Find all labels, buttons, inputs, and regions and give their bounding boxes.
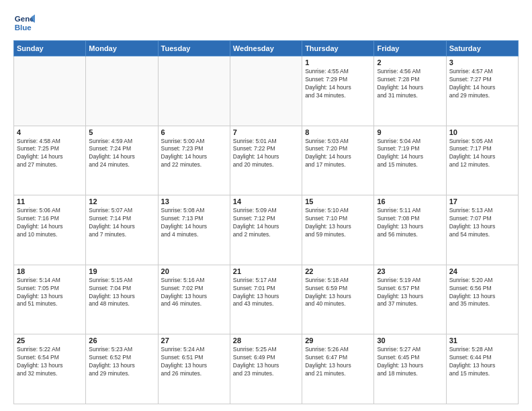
day-info: Sunrise: 5:26 AMSunset: 6:47 PMDaylight:… <box>305 346 371 378</box>
weekday-header-row: SundayMondayTuesdayWednesdayThursdayFrid… <box>14 41 519 56</box>
day-info: Sunrise: 5:27 AMSunset: 6:45 PMDaylight:… <box>377 346 443 378</box>
weekday-header-tuesday: Tuesday <box>158 41 230 56</box>
day-cell-29: 29Sunrise: 5:26 AMSunset: 6:47 PMDayligh… <box>302 334 374 404</box>
day-cell-30: 30Sunrise: 5:27 AMSunset: 6:45 PMDayligh… <box>374 334 446 404</box>
day-info: Sunrise: 4:56 AMSunset: 7:28 PMDaylight:… <box>377 68 443 100</box>
day-info: Sunrise: 5:25 AMSunset: 6:49 PMDaylight:… <box>233 346 299 378</box>
day-number: 25 <box>17 336 83 345</box>
day-cell-17: 17Sunrise: 5:13 AMSunset: 7:07 PMDayligh… <box>446 195 518 265</box>
day-number: 7 <box>233 128 299 136</box>
day-cell-18: 18Sunrise: 5:14 AMSunset: 7:05 PMDayligh… <box>14 265 86 334</box>
day-cell-26: 26Sunrise: 5:23 AMSunset: 6:52 PMDayligh… <box>86 334 158 404</box>
logo-area: General Blue <box>13 12 38 34</box>
empty-cell <box>158 56 230 126</box>
svg-text:Blue: Blue <box>15 24 32 32</box>
day-cell-8: 8Sunrise: 5:03 AMSunset: 7:20 PMDaylight… <box>302 126 374 195</box>
day-info: Sunrise: 5:14 AMSunset: 7:05 PMDaylight:… <box>17 277 83 309</box>
day-number: 14 <box>233 197 299 205</box>
day-cell-4: 4Sunrise: 4:58 AMSunset: 7:25 PMDaylight… <box>14 126 86 195</box>
day-info: Sunrise: 5:22 AMSunset: 6:54 PMDaylight:… <box>17 346 83 378</box>
day-number: 5 <box>89 128 154 136</box>
day-cell-9: 9Sunrise: 5:04 AMSunset: 7:19 PMDaylight… <box>374 126 446 195</box>
empty-cell <box>14 56 86 126</box>
day-info: Sunrise: 5:20 AMSunset: 6:56 PMDaylight:… <box>449 277 515 309</box>
day-info: Sunrise: 4:55 AMSunset: 7:29 PMDaylight:… <box>305 68 371 100</box>
day-number: 8 <box>305 128 371 136</box>
calendar-week-row: 1Sunrise: 4:55 AMSunset: 7:29 PMDaylight… <box>14 56 519 126</box>
day-info: Sunrise: 5:24 AMSunset: 6:51 PMDaylight:… <box>161 346 227 378</box>
day-info: Sunrise: 5:15 AMSunset: 7:04 PMDaylight:… <box>89 277 154 309</box>
day-info: Sunrise: 5:04 AMSunset: 7:19 PMDaylight:… <box>377 138 443 170</box>
day-cell-21: 21Sunrise: 5:17 AMSunset: 7:01 PMDayligh… <box>230 265 302 334</box>
day-cell-19: 19Sunrise: 5:15 AMSunset: 7:04 PMDayligh… <box>86 265 158 334</box>
weekday-header-monday: Monday <box>86 41 158 56</box>
day-info: Sunrise: 4:57 AMSunset: 7:27 PMDaylight:… <box>449 68 515 100</box>
day-number: 10 <box>449 128 515 136</box>
calendar-week-row: 11Sunrise: 5:06 AMSunset: 7:16 PMDayligh… <box>14 195 519 265</box>
day-info: Sunrise: 5:05 AMSunset: 7:17 PMDaylight:… <box>449 138 515 170</box>
day-number: 4 <box>17 128 83 136</box>
day-cell-20: 20Sunrise: 5:16 AMSunset: 7:02 PMDayligh… <box>158 265 230 334</box>
empty-cell <box>230 56 302 126</box>
day-info: Sunrise: 5:11 AMSunset: 7:08 PMDaylight:… <box>377 207 443 239</box>
day-number: 16 <box>377 197 443 205</box>
day-cell-25: 25Sunrise: 5:22 AMSunset: 6:54 PMDayligh… <box>14 334 86 404</box>
day-cell-3: 3Sunrise: 4:57 AMSunset: 7:27 PMDaylight… <box>446 56 518 126</box>
day-cell-22: 22Sunrise: 5:18 AMSunset: 6:59 PMDayligh… <box>302 265 374 334</box>
day-cell-15: 15Sunrise: 5:10 AMSunset: 7:10 PMDayligh… <box>302 195 374 265</box>
weekday-header-thursday: Thursday <box>302 41 374 56</box>
header: General Blue <box>13 12 519 34</box>
day-info: Sunrise: 5:06 AMSunset: 7:16 PMDaylight:… <box>17 207 83 239</box>
generalblue-logo-icon: General Blue <box>13 12 35 34</box>
day-cell-12: 12Sunrise: 5:07 AMSunset: 7:14 PMDayligh… <box>86 195 158 265</box>
weekday-header-sunday: Sunday <box>14 41 86 56</box>
day-cell-23: 23Sunrise: 5:19 AMSunset: 6:57 PMDayligh… <box>374 265 446 334</box>
day-info: Sunrise: 5:00 AMSunset: 7:23 PMDaylight:… <box>161 138 227 170</box>
day-number: 23 <box>377 267 443 275</box>
day-cell-14: 14Sunrise: 5:09 AMSunset: 7:12 PMDayligh… <box>230 195 302 265</box>
calendar-week-row: 4Sunrise: 4:58 AMSunset: 7:25 PMDaylight… <box>14 126 519 195</box>
day-cell-7: 7Sunrise: 5:01 AMSunset: 7:22 PMDaylight… <box>230 126 302 195</box>
day-cell-2: 2Sunrise: 4:56 AMSunset: 7:28 PMDaylight… <box>374 56 446 126</box>
day-info: Sunrise: 5:09 AMSunset: 7:12 PMDaylight:… <box>233 207 299 239</box>
empty-cell <box>86 56 158 126</box>
day-number: 17 <box>449 197 515 205</box>
day-number: 18 <box>17 267 83 275</box>
day-number: 22 <box>305 267 371 275</box>
day-info: Sunrise: 5:07 AMSunset: 7:14 PMDaylight:… <box>89 207 154 239</box>
calendar-week-row: 25Sunrise: 5:22 AMSunset: 6:54 PMDayligh… <box>14 334 519 404</box>
day-number: 3 <box>449 58 515 66</box>
day-number: 24 <box>449 267 515 275</box>
weekday-header-saturday: Saturday <box>446 41 518 56</box>
day-number: 13 <box>161 197 227 205</box>
day-info: Sunrise: 5:13 AMSunset: 7:07 PMDaylight:… <box>449 207 515 239</box>
day-number: 31 <box>449 336 515 345</box>
day-cell-24: 24Sunrise: 5:20 AMSunset: 6:56 PMDayligh… <box>446 265 518 334</box>
day-info: Sunrise: 5:16 AMSunset: 7:02 PMDaylight:… <box>161 277 227 309</box>
day-number: 6 <box>161 128 227 136</box>
day-number: 15 <box>305 197 371 205</box>
day-cell-1: 1Sunrise: 4:55 AMSunset: 7:29 PMDaylight… <box>302 56 374 126</box>
day-info: Sunrise: 5:03 AMSunset: 7:20 PMDaylight:… <box>305 138 371 170</box>
day-cell-11: 11Sunrise: 5:06 AMSunset: 7:16 PMDayligh… <box>14 195 86 265</box>
day-number: 12 <box>89 197 154 205</box>
day-info: Sunrise: 5:01 AMSunset: 7:22 PMDaylight:… <box>233 138 299 170</box>
weekday-header-wednesday: Wednesday <box>230 41 302 56</box>
day-cell-5: 5Sunrise: 4:59 AMSunset: 7:24 PMDaylight… <box>86 126 158 195</box>
day-cell-10: 10Sunrise: 5:05 AMSunset: 7:17 PMDayligh… <box>446 126 518 195</box>
day-number: 20 <box>161 267 227 275</box>
day-number: 26 <box>89 336 154 345</box>
day-cell-31: 31Sunrise: 5:28 AMSunset: 6:44 PMDayligh… <box>446 334 518 404</box>
calendar-week-row: 18Sunrise: 5:14 AMSunset: 7:05 PMDayligh… <box>14 265 519 334</box>
calendar-table: SundayMondayTuesdayWednesdayThursdayFrid… <box>13 40 519 404</box>
day-info: Sunrise: 5:17 AMSunset: 7:01 PMDaylight:… <box>233 277 299 309</box>
day-number: 28 <box>233 336 299 345</box>
day-info: Sunrise: 5:10 AMSunset: 7:10 PMDaylight:… <box>305 207 371 239</box>
day-cell-6: 6Sunrise: 5:00 AMSunset: 7:23 PMDaylight… <box>158 126 230 195</box>
day-cell-16: 16Sunrise: 5:11 AMSunset: 7:08 PMDayligh… <box>374 195 446 265</box>
day-cell-13: 13Sunrise: 5:08 AMSunset: 7:13 PMDayligh… <box>158 195 230 265</box>
page: General Blue SundayMondayTuesdayWednesda… <box>0 0 532 411</box>
day-number: 11 <box>17 197 83 205</box>
day-info: Sunrise: 5:28 AMSunset: 6:44 PMDaylight:… <box>449 346 515 378</box>
day-number: 21 <box>233 267 299 275</box>
